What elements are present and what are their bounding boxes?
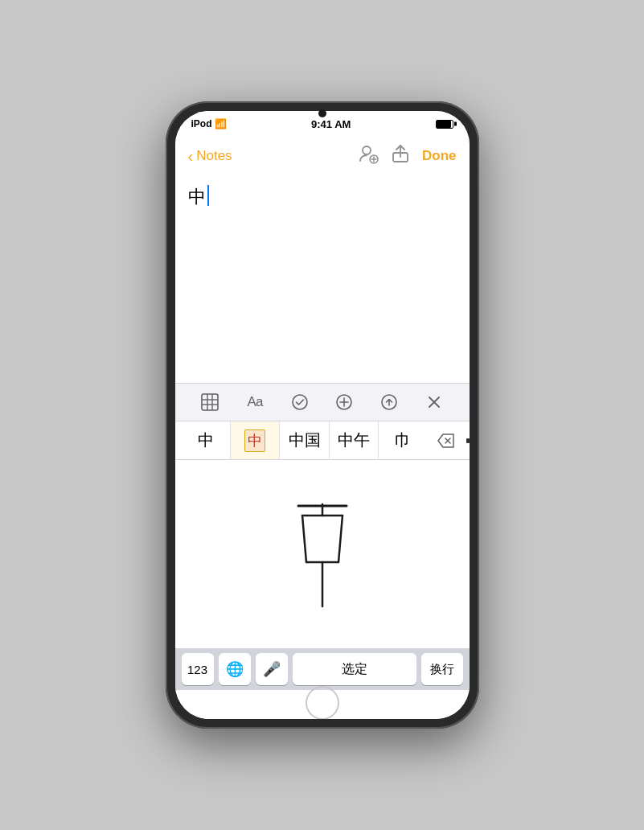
table-icon[interactable] [195, 388, 224, 417]
svg-point-0 [363, 146, 371, 154]
char-suggestion-bar: 中 中 中国 中午 巾 [175, 421, 470, 460]
char-text-3: 中国 [289, 429, 321, 451]
keyboard-bottom-bar: 123 🌐 🎤 选定 换行 [175, 648, 470, 690]
send-icon[interactable] [375, 388, 404, 417]
char-text-5: 巾 [395, 429, 411, 451]
done-button[interactable]: Done [422, 148, 457, 164]
keyboard-mic-button[interactable]: 🎤 [256, 653, 288, 685]
back-label: Notes [196, 148, 232, 164]
char-text-2: 中 [244, 429, 265, 452]
checklist-icon[interactable] [285, 388, 314, 417]
char-text-4: 中午 [338, 429, 370, 451]
wifi-icon: 📶 [215, 118, 227, 129]
char-suggestion-2[interactable]: 中 [231, 421, 280, 459]
close-keyboard-icon[interactable] [420, 388, 449, 417]
text-cursor [207, 185, 209, 206]
chevron-left-icon: ‹ [188, 148, 194, 164]
handwriting-area[interactable] [175, 460, 470, 648]
svg-line-22 [302, 516, 306, 562]
share-icon[interactable] [392, 144, 409, 168]
svg-rect-5 [202, 394, 218, 410]
battery-area [436, 120, 453, 129]
note-character: 中 [188, 185, 206, 209]
note-content-area[interactable]: 中 [175, 175, 470, 383]
phone-screen: iPod 📶 9:41 AM ‹ Notes [175, 111, 470, 719]
back-button[interactable]: ‹ Notes [188, 148, 232, 164]
time-label: 9:41 AM [311, 118, 351, 130]
text-format-icon[interactable]: Aa [240, 388, 269, 417]
battery-icon [436, 120, 453, 129]
char-suggestion-3[interactable]: 中国 [280, 421, 329, 459]
carrier-label: iPod [191, 118, 212, 129]
keyboard-123-button[interactable]: 123 [182, 653, 214, 685]
svg-point-10 [293, 395, 307, 409]
char-text-1: 中 [198, 429, 214, 451]
home-button[interactable] [306, 686, 339, 719]
char-suggestion-5[interactable]: 巾 [379, 421, 427, 459]
add-collaborator-icon[interactable] [358, 143, 379, 169]
phone-device: iPod 📶 9:41 AM ‹ Notes [166, 101, 479, 729]
handwriting-drawing [258, 482, 387, 627]
carrier-wifi: iPod 📶 [191, 118, 227, 129]
insert-icon[interactable] [330, 388, 359, 417]
nav-actions: Done [358, 143, 457, 169]
battery-fill [437, 121, 451, 128]
home-area [175, 690, 470, 719]
keyboard-globe-button[interactable]: 🌐 [219, 653, 251, 685]
svg-line-23 [338, 516, 343, 562]
char-suggestion-1[interactable]: 中 [182, 421, 231, 459]
keyboard-enter-button[interactable]: 换行 [421, 653, 463, 685]
char-bar-wrapper: 中 中 中国 中午 巾 [175, 421, 470, 460]
keyboard-space-button[interactable]: 选定 [293, 653, 416, 685]
char-delete-button[interactable] [428, 433, 463, 448]
formatting-toolbar: Aa [175, 383, 470, 421]
note-text: 中 [188, 185, 457, 209]
nav-bar: ‹ Notes [175, 137, 470, 175]
camera [318, 109, 326, 117]
char-suggestion-4[interactable]: 中午 [330, 421, 379, 459]
